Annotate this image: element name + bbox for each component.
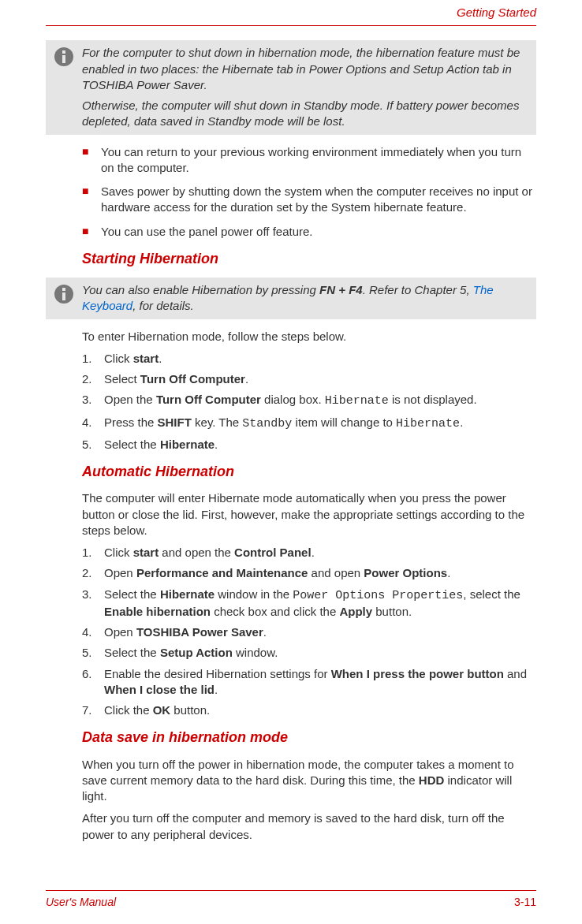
intro-steps-2: The computer will enter Hibernate mode a… bbox=[82, 490, 536, 538]
info-note-1: For the computer to shut down in hiberna… bbox=[46, 40, 536, 134]
t: , select the bbox=[463, 587, 520, 601]
t: check box and click the bbox=[211, 605, 339, 618]
bullet-list-1: You can return to your previous working … bbox=[82, 144, 536, 240]
t: Apply bbox=[339, 605, 372, 618]
t: window in the bbox=[215, 587, 293, 601]
svg-rect-1 bbox=[62, 55, 65, 63]
list-item: Open TOSHIBA Power Saver. bbox=[82, 624, 536, 640]
note-2-text: You can also enable Hibernation by press… bbox=[82, 282, 528, 315]
t: and open the bbox=[159, 546, 234, 559]
list-item: Click start and open the Control Panel. bbox=[82, 545, 536, 561]
ordered-list-2: Click start and open the Control Panel. … bbox=[82, 545, 536, 718]
t: . bbox=[245, 372, 248, 386]
list-item: Click the OK button. bbox=[82, 702, 536, 718]
t: is not displayed. bbox=[389, 393, 477, 406]
t: When I press the power button bbox=[331, 667, 504, 680]
heading-data-save: Data save in hibernation mode bbox=[82, 728, 536, 747]
note-1-text: For the computer to shut down in hiberna… bbox=[82, 45, 528, 129]
t: and open bbox=[308, 566, 364, 579]
list-item: Open Performance and Maintenance and ope… bbox=[82, 565, 536, 581]
t: . bbox=[447, 566, 450, 579]
t: Press the bbox=[104, 415, 158, 429]
t: Turn Off Computer bbox=[140, 372, 245, 386]
t: Power Options Properties bbox=[293, 589, 463, 602]
t: Setup Action bbox=[160, 646, 233, 659]
header-rule bbox=[46, 25, 536, 26]
page-header: Getting Started bbox=[46, 0, 536, 25]
note-2-mid: . Refer to Chapter 5, bbox=[363, 283, 473, 296]
t: dialog box. bbox=[261, 393, 325, 406]
list-item: Enable the desired Hibernation settings … bbox=[82, 666, 536, 699]
note-2-keys: FN + F4 bbox=[319, 283, 363, 296]
note-2-pre: You can also enable Hibernation by press… bbox=[82, 283, 319, 296]
t: Hibernate bbox=[325, 394, 389, 408]
t: SHIFT bbox=[158, 415, 192, 429]
t: button. bbox=[372, 605, 412, 618]
ordered-list-1: Click start. Select Turn Off Computer. O… bbox=[82, 351, 536, 453]
svg-rect-5 bbox=[62, 288, 65, 291]
t: start bbox=[133, 546, 159, 559]
t: Click bbox=[104, 352, 133, 365]
footer-rule bbox=[46, 890, 536, 891]
t: Enable hibernation bbox=[104, 605, 211, 618]
t: Performance and Maintenance bbox=[136, 566, 308, 579]
t: When I close the lid bbox=[104, 683, 215, 696]
t: Select bbox=[104, 372, 140, 386]
t: window. bbox=[233, 646, 278, 659]
t: Click bbox=[104, 546, 133, 559]
t: Click the bbox=[104, 703, 153, 717]
info-note-2: You can also enable Hibernation by press… bbox=[46, 278, 536, 319]
t: Select the bbox=[104, 438, 160, 451]
t: . bbox=[312, 546, 315, 559]
list-item: Select the Setup Action window. bbox=[82, 645, 536, 661]
t: Turn Off Computer bbox=[156, 393, 261, 406]
t: Open the bbox=[104, 393, 156, 406]
t: Hibernate bbox=[160, 587, 215, 601]
t: Select the bbox=[104, 646, 160, 659]
t: Enable the desired Hibernation settings … bbox=[104, 667, 331, 680]
note-1-p1: For the computer to shut down in hiberna… bbox=[82, 45, 528, 93]
t: button. bbox=[170, 703, 210, 717]
heading-starting-hibernation: Starting Hibernation bbox=[82, 249, 536, 268]
t: . bbox=[460, 415, 463, 429]
t: Hibernate bbox=[396, 417, 460, 430]
svg-rect-4 bbox=[62, 292, 65, 300]
list-item: Select Turn Off Computer. bbox=[82, 371, 536, 387]
t: TOSHIBA Power Saver bbox=[136, 625, 263, 639]
svg-rect-2 bbox=[62, 50, 65, 54]
t: . bbox=[263, 625, 267, 639]
t: Open bbox=[104, 625, 136, 639]
intro-steps-1: To enter Hibernation mode, follow the st… bbox=[82, 329, 536, 345]
t: Control Panel bbox=[234, 546, 312, 559]
t: Standby bbox=[242, 417, 292, 430]
t: . bbox=[159, 352, 162, 365]
t: . bbox=[215, 438, 218, 451]
t: OK bbox=[153, 703, 171, 717]
t: Hibernate bbox=[160, 438, 215, 451]
bullet-item: Saves power by shutting down the system … bbox=[82, 184, 536, 216]
footer-page-number: 3-11 bbox=[514, 895, 536, 910]
note-1-p2: Otherwise, the computer will shut down i… bbox=[82, 98, 528, 130]
footer-manual-label: User's Manual bbox=[46, 895, 116, 910]
para-data-save-2: After you turn off the computer and memo… bbox=[82, 810, 536, 843]
t: Select the bbox=[104, 587, 160, 601]
t: item will change to bbox=[292, 415, 396, 429]
bullet-item: You can return to your previous working … bbox=[82, 144, 536, 177]
info-icon bbox=[46, 45, 82, 71]
t: HDD bbox=[419, 773, 445, 787]
page-footer: User's Manual 3-11 bbox=[46, 895, 536, 910]
t: . bbox=[215, 683, 218, 696]
t: key. The bbox=[192, 415, 242, 429]
t: Open bbox=[104, 566, 136, 579]
bullet-item: You can use the panel power off feature. bbox=[82, 224, 536, 240]
info-icon bbox=[46, 282, 82, 308]
heading-automatic-hibernation: Automatic Hibernation bbox=[82, 462, 536, 481]
list-item: Press the SHIFT key. The Standby item wi… bbox=[82, 415, 536, 432]
list-item: Select the Hibernate. bbox=[82, 437, 536, 453]
list-item: Select the Hibernate window in the Power… bbox=[82, 587, 536, 620]
list-item: Open the Turn Off Computer dialog box. H… bbox=[82, 392, 536, 409]
note-2-post: , for details. bbox=[132, 299, 194, 312]
t: start bbox=[133, 352, 159, 365]
para-data-save-1: When you turn off the power in hibernati… bbox=[82, 757, 536, 805]
t: Power Options bbox=[364, 566, 447, 579]
